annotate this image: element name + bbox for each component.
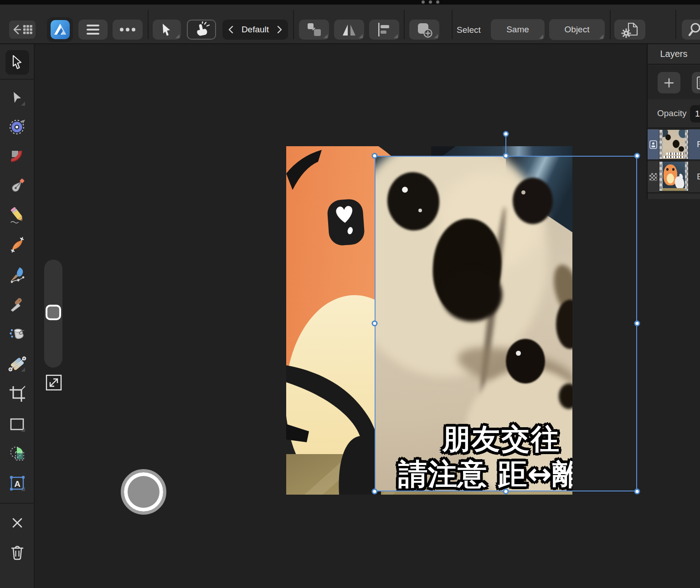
layer-options-button[interactable] [692, 72, 700, 93]
add-layer-button[interactable] [658, 72, 680, 93]
select-object-button[interactable]: Object [549, 19, 605, 40]
tool-options-corner [21, 487, 25, 491]
crop-icon [8, 385, 26, 403]
object-button-label: Object [565, 25, 590, 35]
multitask-dot-icon [436, 0, 439, 4]
knife-tool[interactable] [8, 295, 26, 313]
layers-title: Layers [660, 49, 687, 59]
corner-tool[interactable] [8, 147, 26, 165]
document-settings-button[interactable] [614, 20, 645, 40]
crop-tool[interactable] [8, 385, 26, 403]
layer-row-photo[interactable]: F [648, 129, 700, 160]
shape-builder-tool[interactable] [8, 445, 26, 463]
move-tool-toolbar-button[interactable] [153, 20, 181, 40]
app-home-button[interactable] [47, 17, 73, 42]
shape-builder-icon [8, 445, 26, 463]
dog2-eye [506, 339, 545, 383]
zoom-search-button[interactable] [682, 20, 700, 40]
text-tool[interactable]: A [8, 474, 26, 492]
sidebar-divider [0, 503, 35, 504]
opacity-label: Opacity [657, 108, 686, 118]
tool-options-corner [21, 102, 25, 106]
plus-icon [663, 77, 675, 89]
meme-caption-line1: 朋友交往 [442, 420, 561, 458]
cursor-arrow-icon [160, 23, 173, 36]
arrange-button[interactable] [299, 20, 329, 40]
affinity-designer-logo-icon [50, 20, 70, 40]
align-button[interactable] [369, 20, 399, 40]
flip-button[interactable] [334, 20, 364, 40]
toolbar-separator [148, 10, 149, 39]
magnifier-icon [688, 22, 700, 37]
toolbar-separator [452, 10, 453, 39]
pixel-layer-icon [649, 173, 657, 181]
vector-brush-tool[interactable] [8, 266, 26, 284]
blue-ring-selection-icon [8, 118, 26, 136]
rectangle-tool[interactable] [8, 415, 26, 433]
layers-panel-header: Layers [648, 44, 700, 65]
dog1-mouth [441, 268, 502, 322]
more-options-button[interactable] [113, 20, 143, 40]
layers-panel-footer [648, 194, 700, 199]
insert-object-button[interactable] [409, 20, 439, 40]
point-transform-tool[interactable] [8, 118, 26, 136]
pencil-tool[interactable] [8, 206, 26, 225]
expand-slider-button[interactable] [46, 374, 62, 391]
multitask-dot-icon [422, 0, 425, 4]
move-tool[interactable] [8, 53, 26, 72]
dog1-right-eye [513, 178, 553, 224]
fill-tool[interactable] [8, 325, 26, 343]
pen-tool[interactable] [8, 177, 26, 195]
delete-button[interactable] [8, 543, 26, 562]
sidebar-divider [0, 79, 35, 80]
dog-meme-photo-object[interactable]: 朋友交往 請注意 距↔離 [375, 156, 572, 491]
tool-options-corner [359, 34, 363, 38]
pen-nib-icon [8, 177, 26, 195]
main-menu-button[interactable] [78, 20, 108, 40]
layers-actions-row [648, 66, 700, 99]
layer-thumbnail[interactable] [659, 130, 688, 159]
align-left-icon [376, 22, 392, 37]
vector-brush-icon [8, 266, 26, 284]
close-tools-button[interactable] [8, 514, 26, 532]
resize-handle-top-right[interactable] [634, 153, 640, 159]
rotation-handle[interactable] [503, 131, 509, 137]
opacity-value-field[interactable]: 1 [690, 105, 700, 123]
insert-shape-plus-icon [416, 21, 432, 38]
layer-type-strip [648, 129, 659, 159]
tool-options-corner [539, 35, 543, 39]
tool-options-corner [434, 34, 438, 38]
select-same-button[interactable]: Same [491, 19, 545, 40]
brush-size-slider-thumb[interactable] [46, 305, 61, 320]
affinity-designer-window: Default [0, 0, 700, 588]
toolbar-separator [293, 10, 294, 39]
system-status-bar [0, 0, 700, 5]
flip-horizontal-icon [340, 23, 358, 36]
resize-handle-right[interactable] [634, 321, 640, 327]
eye-glint [521, 190, 525, 194]
node-tool[interactable] [8, 89, 26, 107]
layer-row-artwork[interactable]: B [648, 161, 700, 193]
paint-bucket-icon [8, 325, 26, 343]
layer-thumbnail[interactable] [659, 162, 688, 191]
transparency-tool[interactable] [8, 355, 26, 373]
artboard: 朋友交往 請注意 距↔離 [286, 146, 572, 495]
width-tool[interactable] [8, 236, 26, 254]
cursor-outline-icon [8, 53, 26, 72]
back-to-gallery-button[interactable] [9, 20, 36, 39]
dog2-right-eye [556, 300, 572, 349]
trash-icon [8, 543, 26, 562]
hamburger-menu-icon [86, 24, 100, 35]
chevron-left-icon[interactable] [228, 26, 234, 34]
top-toolbar: Default [0, 5, 700, 44]
tool-options-corner [21, 428, 25, 432]
opacity-value: 1 [695, 109, 700, 119]
preset-selector[interactable]: Default [222, 20, 288, 40]
chevron-right-icon[interactable] [277, 26, 282, 34]
resize-handle-bottom-right[interactable] [634, 489, 640, 495]
corner-curve-icon [8, 147, 26, 165]
close-icon [8, 514, 26, 532]
toolbar-separator [610, 10, 611, 39]
tap-gesture-button[interactable] [187, 20, 216, 40]
orange-leaf-stroke-icon [8, 236, 26, 254]
